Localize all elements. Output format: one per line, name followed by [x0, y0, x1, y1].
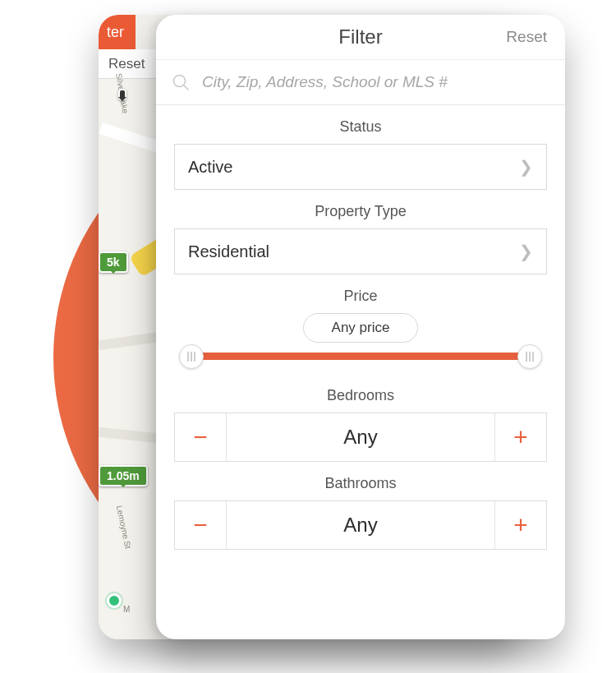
- property-type-value: Residential: [188, 242, 269, 261]
- filter-panel: Filter Reset Status Active ❯ Property Ty…: [156, 15, 565, 639]
- filter-tab[interactable]: ter: [99, 15, 136, 49]
- bedrooms-increment[interactable]: +: [495, 413, 546, 461]
- bathrooms-label: Bathrooms: [174, 475, 547, 492]
- road-label: M: [123, 605, 130, 614]
- location-dot[interactable]: [107, 593, 122, 608]
- price-label: Price: [174, 288, 547, 305]
- panel-title: Filter: [338, 25, 382, 48]
- bedrooms-value: Any: [227, 413, 494, 461]
- bedrooms-decrement[interactable]: −: [175, 413, 226, 461]
- chevron-right-icon: ❯: [519, 242, 533, 261]
- bathrooms-value: Any: [227, 501, 494, 549]
- bathrooms-decrement[interactable]: −: [175, 501, 226, 549]
- map-pin[interactable]: [118, 89, 126, 100]
- price-slider[interactable]: [174, 338, 547, 374]
- map-price-pin[interactable]: 5k: [99, 251, 128, 273]
- price-value-bubble: Any price: [303, 313, 418, 343]
- status-select[interactable]: Active ❯: [174, 144, 547, 190]
- property-type-label: Property Type: [174, 203, 547, 220]
- road-label: Lemoyne St: [115, 505, 133, 549]
- svg-point-0: [174, 76, 186, 87]
- status-label: Status: [174, 118, 547, 136]
- map-price-pin[interactable]: 1.05m: [99, 465, 148, 486]
- slider-handle-min[interactable]: [179, 344, 204, 369]
- bedrooms-label: Bedrooms: [174, 387, 547, 404]
- search-row[interactable]: [156, 59, 565, 105]
- slider-track: [191, 353, 531, 360]
- bathrooms-increment[interactable]: +: [495, 501, 546, 549]
- search-input[interactable]: [202, 73, 550, 91]
- search-icon: [171, 72, 191, 92]
- property-type-select[interactable]: Residential ❯: [174, 228, 547, 274]
- svg-line-1: [184, 85, 188, 90]
- bedrooms-stepper: − Any +: [174, 413, 547, 462]
- slider-handle-max[interactable]: [517, 344, 542, 369]
- bathrooms-stepper: − Any +: [174, 500, 547, 550]
- status-value: Active: [188, 158, 232, 177]
- chevron-right-icon: ❯: [519, 157, 533, 177]
- reset-button[interactable]: Reset: [506, 15, 547, 59]
